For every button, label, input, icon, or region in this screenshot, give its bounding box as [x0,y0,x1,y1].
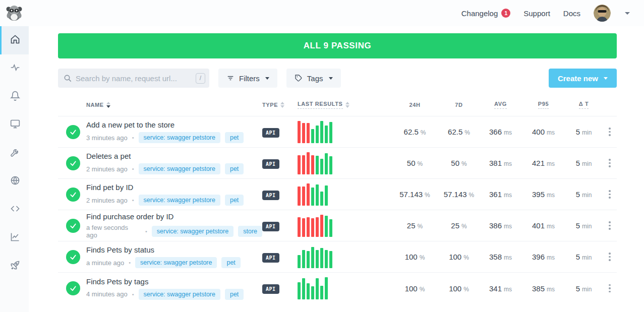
last-results-chart[interactable] [298,152,391,174]
row-menu-icon[interactable] [603,218,617,233]
raccoon-logo-icon[interactable] [5,4,23,22]
create-new-button[interactable]: Create new [549,69,617,88]
column-header-avg[interactable]: AVG [479,101,522,109]
check-type-badge: API [262,253,279,263]
sidebar-item-dashboards[interactable] [0,111,29,139]
nav-docs[interactable]: Docs [563,9,580,18]
column-header-last-results[interactable]: LAST RESULTS [298,101,391,109]
sort-icon [280,102,284,108]
home-icon [10,34,20,46]
row-menu-icon[interactable] [603,281,617,296]
success-7d-cell: 100% [439,253,479,261]
sidebar-item-analytics[interactable] [0,224,29,252]
meta-separator: • [132,135,134,141]
filters-button[interactable]: Filters [218,69,277,88]
search-input[interactable] [76,74,196,83]
nav-support[interactable]: Support [523,9,550,18]
tag[interactable]: pet [225,132,244,143]
tag-service[interactable]: service: swagger petstore [139,132,220,143]
last-results-chart[interactable] [298,215,391,237]
sidebar-item-activity[interactable] [0,54,29,83]
rocket-icon [10,260,20,272]
column-header-name[interactable]: NAME [86,102,262,108]
success-24h-cell: 25% [391,221,439,230]
account-menu-caret-icon[interactable] [625,12,630,15]
last-results-chart[interactable] [298,183,391,206]
tag[interactable]: store [238,226,262,237]
last-results-chart[interactable] [298,246,391,268]
table-row[interactable]: Finds Pets by tags 4 minutes ago • servi… [58,273,617,304]
sidebar-item-locations[interactable] [0,167,29,196]
success-24h-cell: 100% [391,253,439,261]
last-run-time: 2 minutes ago [86,197,128,204]
p95-cell: 400ms [522,128,565,136]
nav-changelog[interactable]: Changelog 1 [461,9,511,18]
table-header: NAME TYPE LAST RESULTS 24H 7D AVG P95 [58,101,617,116]
main-content: ALL 9 PASSING / Filters Tags Create new [29,26,644,312]
check-name[interactable]: Add a new pet to the store [86,120,262,129]
sidebar-item-home[interactable] [0,26,29,54]
status-passing-icon [66,281,80,295]
check-name[interactable]: Deletes a pet [86,152,262,160]
sidebar-item-maintenance[interactable] [0,139,29,167]
column-header-delta-t[interactable]: Δ T [565,101,603,109]
search-shortcut-key: / [196,73,205,84]
success-7d-cell: 100% [439,284,479,293]
last-run-time: 3 minutes ago [86,134,128,142]
bell-icon [10,91,20,103]
changelog-count-badge: 1 [501,9,510,18]
sidebar-item-runtimes[interactable] [0,196,29,224]
sidebar-item-deployments[interactable] [0,252,29,280]
table-row[interactable]: Find pet by ID 2 minutes ago • service: … [58,179,617,210]
column-header-24h[interactable]: 24H [391,102,439,108]
create-new-label: Create new [558,74,598,83]
check-name[interactable]: Finds Pets by status [86,245,262,254]
check-name[interactable]: Find pet by ID [86,183,262,192]
delta-t-cell: 5min [565,128,603,136]
create-new-caret-icon [604,77,608,80]
search-box[interactable]: / [58,69,209,88]
column-header-7d[interactable]: 7D [439,102,479,108]
tag-service[interactable]: service: swagger petstore [135,257,217,268]
check-type-badge: API [262,191,279,200]
success-7d-cell: 50% [439,159,479,167]
tag[interactable]: pet [225,195,244,206]
check-name[interactable]: Finds Pets by tags [86,277,262,286]
tag[interactable]: pet [225,163,244,174]
tag-service[interactable]: service: swagger petstore [152,226,233,237]
success-24h-cell: 57.143% [391,190,439,199]
row-menu-icon[interactable] [603,187,617,202]
avg-cell: 381ms [479,159,522,167]
row-menu-icon[interactable] [603,156,617,170]
table-row[interactable]: Find purchase order by ID a few seconds … [58,210,617,241]
tags-button[interactable]: Tags [286,69,341,88]
column-header-type[interactable]: TYPE [262,102,298,108]
tag-service[interactable]: service: swagger petstore [139,195,220,206]
row-menu-icon[interactable] [603,249,617,264]
p95-cell: 421ms [522,159,565,167]
table-row[interactable]: Deletes a pet 2 minutes ago • service: s… [58,148,617,179]
activity-icon [10,63,20,75]
tag-service[interactable]: service: swagger petstore [139,289,220,300]
last-run-time: a few seconds ago [86,224,141,239]
last-results-chart[interactable] [298,277,391,299]
tag[interactable]: pet [225,289,244,300]
delta-t-cell: 5min [565,190,603,199]
check-name[interactable]: Find purchase order by ID [86,212,262,221]
sort-icon [106,102,110,108]
tag-service[interactable]: service: swagger petstore [139,163,220,174]
check-type-badge: API [262,284,279,294]
sidebar-item-alerts[interactable] [0,83,29,111]
sidebar [0,26,29,312]
meta-separator: • [145,228,147,234]
row-menu-icon[interactable] [603,124,617,139]
last-results-chart[interactable] [298,121,391,143]
status-banner[interactable]: ALL 9 PASSING [58,33,617,58]
success-24h-cell: 50% [391,159,439,167]
table-row[interactable]: Add a new pet to the store 3 minutes ago… [58,116,617,148]
table-row[interactable]: Finds Pets by status a minute ago • serv… [58,241,617,273]
column-header-p95[interactable]: P95 [522,101,565,109]
success-7d-cell: 25% [439,221,479,230]
tag[interactable]: pet [221,257,240,268]
user-avatar[interactable] [594,5,611,22]
